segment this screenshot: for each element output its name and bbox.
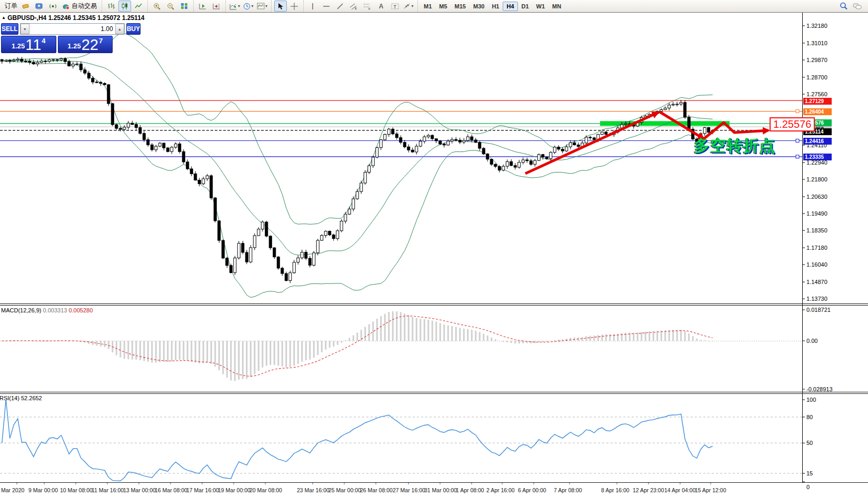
- window-triangle-icon: ▲: [2, 15, 6, 20]
- volume-input[interactable]: [29, 24, 115, 34]
- time-axis-label: 31 Mar 00:00: [424, 487, 457, 493]
- timeframe-M5[interactable]: M5: [435, 2, 451, 11]
- trendline-tool[interactable]: [334, 1, 346, 12]
- timeframe-H1[interactable]: H1: [488, 2, 503, 11]
- time-axis-label: 26 Mar 08:00: [360, 487, 393, 493]
- macd-name: MACD(12,26,9): [1, 307, 41, 313]
- cursor-tool[interactable]: [274, 1, 287, 12]
- buy-price-small: 1.25: [67, 42, 81, 50]
- time-axis-label: 8 Apr 16:00: [601, 487, 630, 493]
- toolbar-group-lines: E F A T ▾: [303, 1, 417, 12]
- timeframe-M30[interactable]: M30: [470, 2, 488, 11]
- price-badge: 1.24416: [803, 138, 832, 145]
- candlestick-chart-icon[interactable]: [118, 1, 131, 12]
- chart-canvas[interactable]: 1.321801.310101.298701.287001.275601.241…: [0, 0, 868, 497]
- buy-button[interactable]: BUY: [126, 23, 141, 35]
- time-axis-label: 27 Mar 16:00: [393, 487, 425, 493]
- time-axis-label: 16 Mar 08:00: [155, 487, 187, 493]
- time-axis-label: 23 Mar 16:00: [297, 487, 330, 493]
- time-axis-label: 11 Mar 16:00: [92, 487, 124, 493]
- toolbar-right-group: [836, 1, 868, 12]
- svg-text:T: T: [393, 4, 396, 9]
- chevron-down-icon: ▾: [238, 4, 240, 8]
- timeframe-D1[interactable]: D1: [518, 2, 533, 11]
- symbol-name: GBPUSD-,H4: [7, 14, 46, 22]
- add-indicator-button[interactable]: ▾: [228, 1, 241, 12]
- time-axis-label: 19 Mar 00:00: [218, 487, 251, 493]
- deposit-icon[interactable]: [19, 1, 32, 12]
- svg-text:E: E: [355, 7, 357, 10]
- toolbar-group-objects: ▾ ▾ ▾: [225, 1, 271, 12]
- tile-windows-icon[interactable]: [178, 1, 191, 12]
- symbol-info-bar: ▲ GBPUSD-,H4 1.25246 1.25345 1.25072 1.2…: [2, 14, 144, 22]
- autotrading-button[interactable]: 自动交易: [60, 1, 99, 12]
- timeframe-group: M1M5M15M30H1H4D1W1MN: [417, 1, 567, 12]
- signal-icon[interactable]: [46, 1, 59, 12]
- zoom-out-icon[interactable]: [164, 1, 177, 12]
- channel-tool[interactable]: E: [347, 1, 360, 12]
- buy-price-display[interactable]: 1.25 22 7: [58, 36, 113, 53]
- sell-button[interactable]: SELL: [1, 23, 18, 35]
- bar-chart-icon[interactable]: [105, 1, 117, 12]
- toolbar-group-scroll: [193, 1, 225, 12]
- periods-button[interactable]: ▾: [242, 1, 255, 12]
- timeframe-H4[interactable]: H4: [503, 2, 517, 11]
- arrows-tool[interactable]: ▾: [402, 1, 415, 12]
- toolbar-group-trade: 订单 自动交易: [0, 1, 102, 12]
- time-axis-label: 25 Mar 00:00: [328, 487, 361, 493]
- text-tool[interactable]: A: [375, 1, 387, 12]
- rsi-pane-label: RSI(14) 52.2652: [0, 395, 42, 401]
- toolbar-group-zoom: [147, 1, 193, 12]
- volume-decrease-button[interactable]: ▼: [21, 24, 29, 34]
- timeframe-M15[interactable]: M15: [451, 2, 470, 11]
- new-order-button[interactable]: 订单: [3, 1, 18, 12]
- line-chart-icon[interactable]: [132, 1, 145, 12]
- time-axis-label: 13 Mar 00:00: [123, 487, 156, 493]
- timeframe-MN[interactable]: MN: [548, 2, 565, 11]
- sell-price-small: 1.25: [12, 42, 25, 50]
- sell-price-sup: 4: [42, 37, 45, 45]
- timeframe-M1[interactable]: M1: [420, 2, 435, 11]
- templates-button[interactable]: ▾: [256, 1, 268, 12]
- time-axis-label: 7 Apr 08:00: [554, 487, 582, 493]
- turning-point-annotation[interactable]: 多空转折点: [694, 135, 775, 157]
- vertical-line-tool[interactable]: [306, 1, 319, 12]
- time-axis-label: 14 Apr 04:00: [664, 487, 696, 493]
- text-label-tool[interactable]: T: [388, 1, 401, 12]
- one-click-trading-panel: SELL ▼ ▲ BUY 1.25 11 4 1.25 22 7: [1, 23, 113, 53]
- chevron-down-icon: ▾: [411, 4, 413, 8]
- sell-price-big: 11: [25, 38, 41, 52]
- chevron-down-icon: ▾: [265, 4, 267, 8]
- toolbar-group-cursor: [271, 1, 303, 12]
- crosshair-tool[interactable]: [288, 1, 301, 12]
- macd-pane-label: MACD(12,26,9) 0.003313 0.005280: [1, 307, 93, 313]
- auto-scroll-icon[interactable]: [196, 1, 209, 12]
- time-axis-label: 20 Mar 08:00: [250, 487, 282, 493]
- chat-icon[interactable]: [851, 1, 863, 12]
- horizontal-line-tool[interactable]: [320, 1, 333, 12]
- price-badge: 1.23335: [803, 154, 832, 160]
- toolbar-group-charttype: [102, 1, 147, 12]
- price-axis-badges: 1.253501.255761.251141.271291.264041.244…: [803, 0, 867, 497]
- timeframe-W1[interactable]: W1: [533, 2, 549, 11]
- time-axis-label: 10 Mar 08:00: [60, 487, 93, 493]
- main-toolbar: 订单 自动交易: [0, 0, 868, 13]
- chevron-down-icon: ▾: [251, 4, 253, 8]
- buy-price-sup: 7: [99, 37, 103, 45]
- price-badge: 1.27129: [803, 98, 832, 105]
- search-icon[interactable]: [837, 1, 850, 12]
- time-axis-label: 1 Apr 08:00: [456, 487, 484, 493]
- sell-price-display[interactable]: 1.25 11 4: [1, 36, 56, 53]
- symbol-ohlc: 1.25246 1.25345 1.25072 1.25114: [48, 14, 145, 22]
- metaeditor-icon[interactable]: [33, 1, 45, 12]
- macd-signal-value: 0.005280: [68, 307, 93, 313]
- price-annotation-box[interactable]: 1.25576: [770, 117, 815, 131]
- time-axis-label: 12 Apr 23:00: [633, 487, 664, 493]
- fibonacci-tool[interactable]: F: [361, 1, 374, 12]
- autotrading-label: 自动交易: [72, 2, 97, 11]
- buy-price-big: 22: [82, 38, 98, 52]
- chart-shift-icon[interactable]: [210, 1, 223, 12]
- zoom-in-icon[interactable]: [151, 1, 163, 12]
- price-badge: 1.26404: [803, 108, 832, 115]
- volume-increase-button[interactable]: ▲: [115, 24, 124, 34]
